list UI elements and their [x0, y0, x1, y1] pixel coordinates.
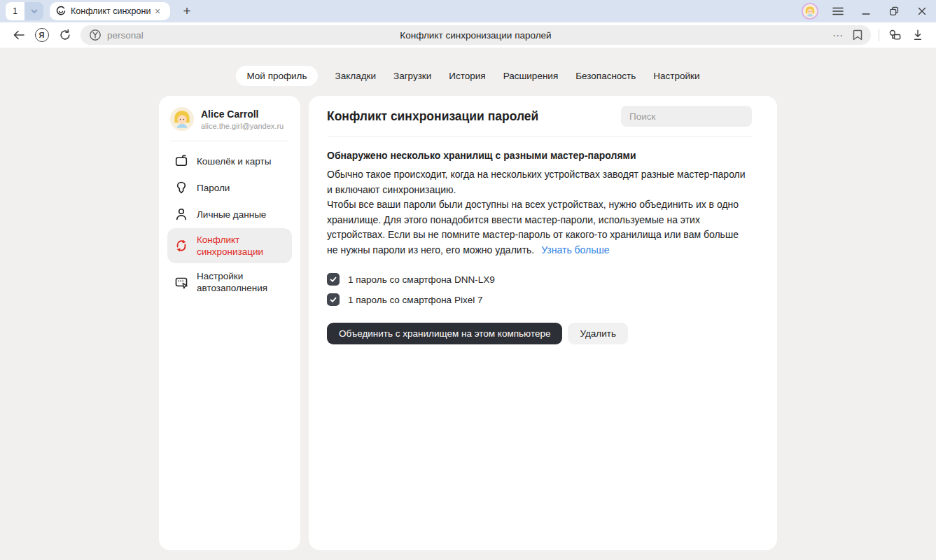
profile-email: alice.the.girl@yandex.ru: [201, 122, 284, 130]
profile-sidebar: Alice Carroll alice.the.girl@yandex.ru К…: [159, 96, 300, 550]
storage-label: 1 пароль со смартфона DNN-LX9: [348, 274, 495, 285]
address-more-button[interactable]: ⋯: [832, 30, 844, 41]
tab-my-profile[interactable]: Мой профиль: [236, 66, 317, 86]
browser-tab[interactable]: Конфликт синхрониза ×: [50, 2, 170, 20]
tab-counter[interactable]: 1: [6, 2, 25, 20]
tab-downloads[interactable]: Загрузки: [393, 66, 431, 86]
close-window-button[interactable]: [908, 0, 936, 22]
person-icon: [174, 207, 188, 221]
download-icon: [912, 29, 923, 41]
wallet-icon: [174, 154, 188, 168]
tab-counter-group[interactable]: 1: [6, 2, 43, 20]
new-tab-button[interactable]: +: [179, 4, 195, 19]
sidebar-item-personal-data[interactable]: Личные данные: [167, 202, 292, 227]
hamburger-menu-icon: [832, 6, 844, 16]
merge-storage-button[interactable]: Объединить с хранилищем на этом компьюте…: [327, 323, 562, 344]
yandex-logo-icon: Я: [35, 28, 49, 42]
chevron-down-icon: [30, 7, 39, 15]
storage-list: 1 пароль со смартфона DNN-LX9 1 пароль с…: [327, 273, 752, 306]
storage-label: 1 пароль со смартфона Pixel 7: [348, 295, 482, 305]
sidebar-item-passwords[interactable]: Пароли: [167, 175, 292, 200]
learn-more-link[interactable]: Узнать больше: [541, 244, 609, 255]
tab-list-chevron-button[interactable]: [25, 2, 43, 20]
sidebar-item-wallet-cards[interactable]: Кошелёк и карты: [167, 148, 292, 174]
storage-row-dnn-lx9[interactable]: 1 пароль со смартфона DNN-LX9: [327, 273, 752, 286]
restore-window-icon: [888, 6, 900, 17]
key-card-icon: [888, 29, 902, 41]
description-paragraph-2: Чтобы все ваши пароли были доступны на в…: [327, 199, 739, 255]
settings-page: Мой профиль Закладки Загрузки История Ра…: [0, 48, 936, 560]
back-arrow-icon: [13, 29, 25, 41]
storage-row-pixel-7[interactable]: 1 пароль со смартфона Pixel 7: [327, 293, 752, 306]
tab-favicon-smiley-icon: [55, 6, 67, 17]
tab-extensions[interactable]: Расширения: [503, 66, 559, 86]
profile-header: Alice Carroll alice.the.girl@yandex.ru: [167, 106, 292, 141]
address-page-title: Конфликт синхронизации паролей: [81, 30, 871, 41]
refresh-button[interactable]: [53, 24, 76, 46]
sidebar-item-label: Кошелёк и карты: [197, 155, 271, 167]
content-divider: [327, 136, 752, 136]
refresh-icon: [59, 29, 71, 41]
delete-button[interactable]: Удалить: [568, 323, 628, 344]
sidebar-item-label: Пароли: [197, 182, 230, 194]
avatar: [170, 107, 194, 131]
back-button[interactable]: [7, 24, 30, 46]
address-profile-label: personal: [107, 30, 144, 41]
browser-menu-button[interactable]: [824, 0, 852, 22]
conflict-subheading: Обнаружено несколько хранилищ с разными …: [327, 150, 752, 161]
profile-name: Alice Carroll: [201, 108, 284, 120]
tab-history[interactable]: История: [449, 66, 485, 86]
sidebar-item-sync-conflict[interactable]: Конфликт синхронизации: [167, 228, 292, 263]
minimize-icon: [862, 7, 870, 15]
maximize-button[interactable]: [880, 0, 908, 22]
browser-toolbar: Я personal Конфликт синхронизации пароле…: [0, 22, 936, 48]
profile-avatar-button[interactable]: [796, 0, 824, 22]
avatar: [802, 3, 818, 20]
password-manager-button[interactable]: [883, 24, 906, 46]
settings-tab-nav: Мой профиль Закладки Загрузки История Ра…: [0, 48, 936, 86]
address-bar[interactable]: personal Конфликт синхронизации паролей …: [81, 25, 871, 45]
sidebar-item-label: Настройки автозаполнения: [197, 270, 285, 294]
tab-settings[interactable]: Настройки: [653, 66, 699, 86]
checkbox-icon[interactable]: [327, 273, 340, 286]
autofill-icon: [174, 275, 188, 289]
tab-close-button[interactable]: ×: [155, 6, 160, 16]
page-title: Конфликт синхронизации паролей: [327, 109, 538, 124]
downloads-button[interactable]: [906, 24, 929, 46]
sidebar-item-label: Конфликт синхронизации: [197, 234, 285, 258]
sidebar-item-label: Личные данные: [197, 209, 266, 220]
description-paragraph-1: Обычно такое происходит, когда на нескол…: [327, 169, 746, 195]
protect-profile-icon: [89, 29, 102, 41]
checkbox-icon[interactable]: [327, 293, 340, 306]
key-icon: [174, 181, 188, 195]
bookmark-icon: [853, 29, 862, 41]
sync-icon: [174, 239, 188, 253]
window-titlebar: 1 Конфликт синхрониза × +: [0, 0, 936, 22]
conflict-description: Обычно такое происходит, когда на нескол…: [327, 167, 752, 258]
tab-security[interactable]: Безопасность: [575, 66, 636, 86]
sync-conflict-panel: Конфликт синхронизации паролей Обнаружен…: [309, 96, 777, 550]
sidebar-divider: [170, 141, 289, 141]
close-icon: [918, 7, 926, 15]
minimize-button[interactable]: [852, 0, 880, 22]
search-input[interactable]: [621, 106, 752, 127]
tab-bookmarks[interactable]: Закладки: [335, 66, 376, 86]
yandex-home-button[interactable]: Я: [30, 24, 53, 46]
toolbar-divider: [879, 29, 879, 41]
sidebar-item-autofill-settings[interactable]: Настройки автозаполнения: [167, 265, 292, 300]
tab-title: Конфликт синхрониза: [71, 6, 151, 16]
